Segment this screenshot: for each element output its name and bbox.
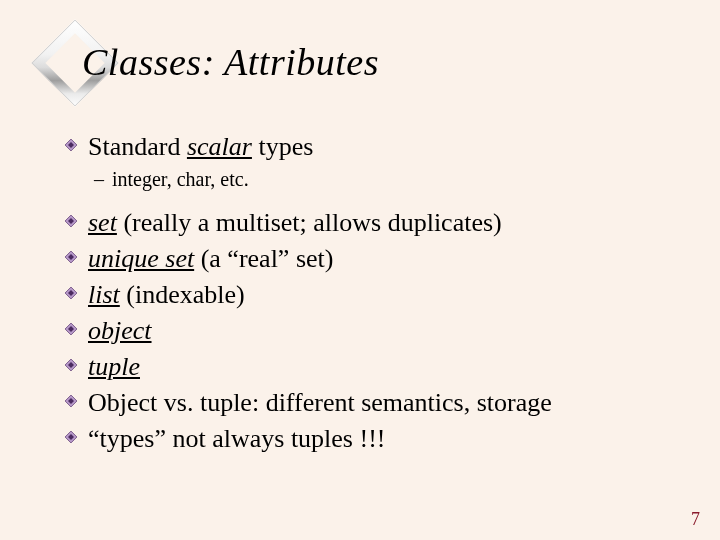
bullet-text: Object vs. tuple: different semantics, s…: [82, 386, 552, 420]
bullet-text: Standard scalar types: [82, 130, 313, 164]
slide-title: Classes: Attributes: [82, 40, 379, 84]
bullet-item: object: [60, 314, 680, 348]
bullet-diamond-icon: [60, 350, 82, 380]
bullet-diamond-icon: [60, 314, 82, 344]
page-number: 7: [691, 509, 700, 530]
bullet-item: set (really a multiset; allows duplicate…: [60, 206, 680, 240]
bullet-text: object: [82, 314, 152, 348]
bullet-text: tuple: [82, 350, 140, 384]
bullet-item: “types” not always tuples !!!: [60, 422, 680, 456]
sub-bullet-text: integer, char, etc.: [112, 166, 249, 192]
bullet-diamond-icon: [60, 278, 82, 308]
bullet-diamond-icon: [60, 130, 82, 160]
sub-bullet-item: – integer, char, etc.: [94, 166, 680, 192]
bullet-item: list (indexable): [60, 278, 680, 312]
bullet-text: set (really a multiset; allows duplicate…: [82, 206, 502, 240]
bullet-item: Standard scalar types: [60, 130, 680, 164]
bullet-item: Object vs. tuple: different semantics, s…: [60, 386, 680, 420]
slide-body: Standard scalar types – integer, char, e…: [60, 130, 680, 458]
bullet-item: unique set (a “real” set): [60, 242, 680, 276]
bullet-item: tuple: [60, 350, 680, 384]
bullet-text: unique set (a “real” set): [82, 242, 333, 276]
bullet-diamond-icon: [60, 242, 82, 272]
bullet-diamond-icon: [60, 206, 82, 236]
bullet-diamond-icon: [60, 422, 82, 452]
bullet-diamond-icon: [60, 386, 82, 416]
bullet-text: list (indexable): [82, 278, 245, 312]
bullet-text: “types” not always tuples !!!: [82, 422, 385, 456]
dash-icon: –: [94, 166, 112, 192]
